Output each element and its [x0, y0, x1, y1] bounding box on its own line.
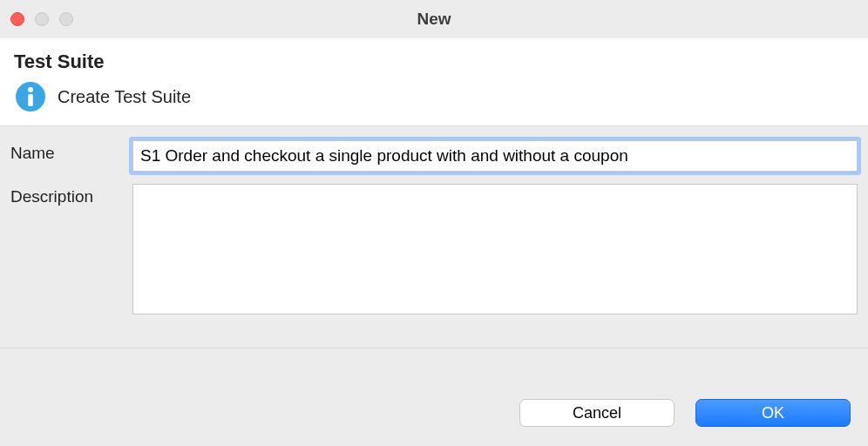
dialog-subtitle: Create Test Suite: [58, 87, 191, 107]
dialog-title: Test Suite: [14, 51, 854, 73]
titlebar: New: [0, 0, 868, 38]
dialog-subheader: Create Test Suite: [14, 82, 854, 112]
name-label: Name: [10, 140, 132, 163]
minimize-window-button[interactable]: [35, 12, 49, 26]
traffic-lights: [10, 12, 73, 26]
dialog-header: Test Suite Create Test Suite: [0, 38, 868, 126]
description-row: Description: [10, 184, 858, 318]
description-label: Description: [10, 184, 132, 206]
cancel-button[interactable]: Cancel: [519, 399, 675, 427]
svg-rect-2: [28, 94, 33, 106]
description-input[interactable]: [132, 184, 858, 314]
ok-button[interactable]: OK: [695, 399, 851, 427]
button-bar: Cancel OK: [0, 383, 868, 446]
form-area: Name Description: [0, 126, 868, 348]
info-icon: [16, 82, 45, 112]
maximize-window-button[interactable]: [59, 12, 73, 26]
svg-point-1: [28, 87, 33, 92]
window-title: New: [0, 10, 868, 29]
close-window-button[interactable]: [10, 12, 24, 26]
name-input[interactable]: [132, 140, 858, 172]
name-row: Name: [10, 140, 858, 172]
